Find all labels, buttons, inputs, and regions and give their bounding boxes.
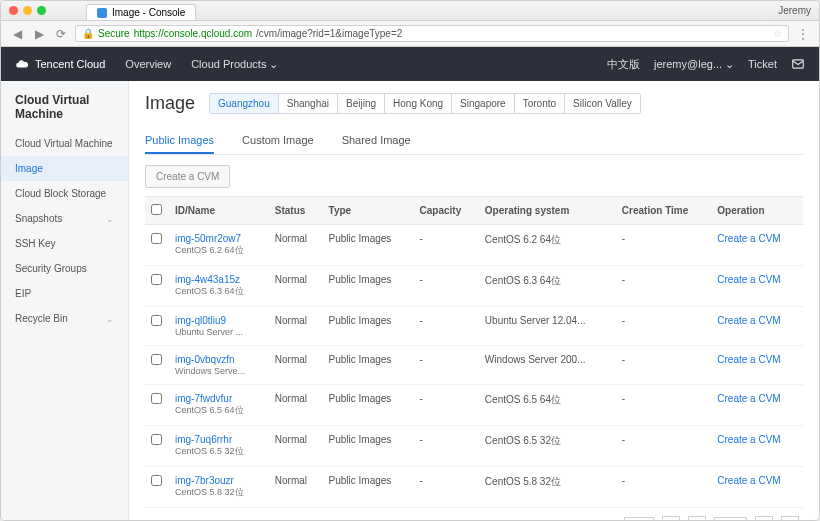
col-creation-time: Creation Time xyxy=(616,197,711,225)
cloud-icon xyxy=(15,57,29,71)
col-operation: Operation xyxy=(711,197,803,225)
cell-os: Windows Server 200... xyxy=(479,346,616,385)
create-cvm-link[interactable]: Create a CVM xyxy=(717,434,780,445)
lines-per-page-select[interactable]: 20 ▾ xyxy=(624,517,654,521)
image-id-link[interactable]: img-4w43a15z xyxy=(175,274,263,285)
region-tab-toronto[interactable]: Toronto xyxy=(515,94,565,113)
image-id-link[interactable]: img-ql0tliu9 xyxy=(175,315,263,326)
first-page-button[interactable]: |◂ xyxy=(662,516,680,520)
brand-logo[interactable]: Tencent Cloud xyxy=(15,57,105,71)
cell-os: CentOS 6.2 64位 xyxy=(479,225,616,266)
page-header: Image Guangzhou Shanghai Beijing Hong Ko… xyxy=(145,93,803,114)
back-button[interactable]: ◀ xyxy=(9,26,25,42)
browser-window: Image - Console Jeremy ◀ ▶ ⟳ 🔒 Secure ht… xyxy=(0,0,820,521)
row-checkbox[interactable] xyxy=(151,475,162,486)
sidebar-item-label: Recycle Bin xyxy=(15,313,68,324)
row-checkbox[interactable] xyxy=(151,434,162,445)
chevron-down-icon: ▾ xyxy=(644,520,649,521)
page-indicator[interactable]: 1/3 ▾ xyxy=(714,517,747,521)
brand-text: Tencent Cloud xyxy=(35,58,105,70)
sidebar-item-label: Snapshots xyxy=(15,213,62,224)
sidebar-item-recycle-bin[interactable]: Recycle Bin ⌄ xyxy=(1,306,128,331)
table-row: img-ql0tliu9Ubuntu Server ...NormalPubli… xyxy=(145,307,803,346)
row-checkbox[interactable] xyxy=(151,315,162,326)
region-tab-hongkong[interactable]: Hong Kong xyxy=(385,94,452,113)
last-page-button[interactable]: ▸| xyxy=(781,516,799,520)
sidebar-item-cvm[interactable]: Cloud Virtual Machine xyxy=(1,131,128,156)
prev-page-button[interactable]: ◂ xyxy=(688,516,706,520)
create-cvm-link[interactable]: Create a CVM xyxy=(717,315,780,326)
chevron-down-icon: ⌄ xyxy=(106,214,114,224)
nav-language[interactable]: 中文版 xyxy=(607,57,640,72)
tab-custom-image[interactable]: Custom Image xyxy=(242,128,314,154)
create-cvm-button[interactable]: Create a CVM xyxy=(145,165,230,188)
create-cvm-link[interactable]: Create a CVM xyxy=(717,393,780,404)
col-status: Status xyxy=(269,197,323,225)
sidebar-item-security-groups[interactable]: Security Groups xyxy=(1,256,128,281)
cell-ctime: - xyxy=(616,225,711,266)
browser-tab[interactable]: Image - Console xyxy=(86,4,196,20)
nav-overview[interactable]: Overview xyxy=(125,58,171,70)
nav-ticket[interactable]: Ticket xyxy=(748,58,777,70)
row-checkbox[interactable] xyxy=(151,354,162,365)
cell-status: Normal xyxy=(269,426,323,467)
create-cvm-link[interactable]: Create a CVM xyxy=(717,475,780,486)
maximize-window-button[interactable] xyxy=(37,6,46,15)
create-cvm-link[interactable]: Create a CVM xyxy=(717,354,780,365)
lock-icon: 🔒 xyxy=(82,28,94,39)
reload-button[interactable]: ⟳ xyxy=(53,26,69,42)
favicon xyxy=(97,8,107,18)
tab-public-images[interactable]: Public Images xyxy=(145,128,214,154)
sidebar-item-cbs[interactable]: Cloud Block Storage xyxy=(1,181,128,206)
image-id-link[interactable]: img-7br3ouzr xyxy=(175,475,263,486)
next-page-button[interactable]: ▸ xyxy=(755,516,773,520)
create-cvm-link[interactable]: Create a CVM xyxy=(717,233,780,244)
tab-shared-image[interactable]: Shared Image xyxy=(342,128,411,154)
create-cvm-link[interactable]: Create a CVM xyxy=(717,274,780,285)
chrome-profile-name[interactable]: Jeremy xyxy=(778,5,811,16)
region-tab-shanghai[interactable]: Shanghai xyxy=(279,94,338,113)
minimize-window-button[interactable] xyxy=(23,6,32,15)
sidebar-title: Cloud Virtual Machine xyxy=(1,93,128,131)
row-checkbox[interactable] xyxy=(151,274,162,285)
sidebar: Cloud Virtual Machine Cloud Virtual Mach… xyxy=(1,81,129,520)
tab-strip: Image - Console xyxy=(86,1,196,20)
image-name: Ubuntu Server ... xyxy=(175,327,243,337)
mail-icon[interactable] xyxy=(791,57,805,71)
bookmark-star-icon[interactable]: ☆ xyxy=(773,28,782,39)
image-id-link[interactable]: img-7fwdvfur xyxy=(175,393,263,404)
image-id-link[interactable]: img-50mr2ow7 xyxy=(175,233,263,244)
cell-os: Ubuntu Server 12.04... xyxy=(479,307,616,346)
region-tab-singapore[interactable]: Singapore xyxy=(452,94,515,113)
table-row: img-4w43a15zCentOS 6.3 64位NormalPublic I… xyxy=(145,266,803,307)
sidebar-item-image[interactable]: Image xyxy=(1,156,128,181)
table-row: img-7fwdvfurCentOS 6.5 64位NormalPublic I… xyxy=(145,385,803,426)
nav-account[interactable]: jeremy@leg... ⌄ xyxy=(654,58,734,71)
cell-status: Normal xyxy=(269,266,323,307)
browser-menu-icon[interactable]: ⋮ xyxy=(795,26,811,42)
cell-capacity: - xyxy=(414,225,479,266)
image-name: Windows Serve... xyxy=(175,366,245,376)
image-id-link[interactable]: img-7uq6rrhr xyxy=(175,434,263,445)
row-checkbox[interactable] xyxy=(151,393,162,404)
address-bar[interactable]: 🔒 Secure https://console.qcloud.com/cvm/… xyxy=(75,25,789,42)
chevron-down-icon: ⌄ xyxy=(725,58,734,71)
region-tab-guangzhou[interactable]: Guangzhou xyxy=(210,94,279,113)
sidebar-item-snapshots[interactable]: Snapshots ⌄ xyxy=(1,206,128,231)
image-name: CentOS 6.5 32位 xyxy=(175,446,244,456)
region-tab-silicon-valley[interactable]: Silicon Valley xyxy=(565,94,640,113)
cell-capacity: - xyxy=(414,346,479,385)
sidebar-item-eip[interactable]: EIP xyxy=(1,281,128,306)
row-checkbox[interactable] xyxy=(151,233,162,244)
sidebar-item-ssh[interactable]: SSH Key xyxy=(1,231,128,256)
secure-label: Secure xyxy=(98,28,130,39)
region-tab-beijing[interactable]: Beijing xyxy=(338,94,385,113)
forward-button[interactable]: ▶ xyxy=(31,26,47,42)
main-content: Image Guangzhou Shanghai Beijing Hong Ko… xyxy=(129,81,819,520)
image-name: CentOS 5.8 32位 xyxy=(175,487,244,497)
close-window-button[interactable] xyxy=(9,6,18,15)
image-id-link[interactable]: img-0vbqvzfn xyxy=(175,354,263,365)
cell-ctime: - xyxy=(616,266,711,307)
select-all-checkbox[interactable] xyxy=(151,204,162,215)
nav-cloud-products[interactable]: Cloud Products ⌄ xyxy=(191,58,278,71)
